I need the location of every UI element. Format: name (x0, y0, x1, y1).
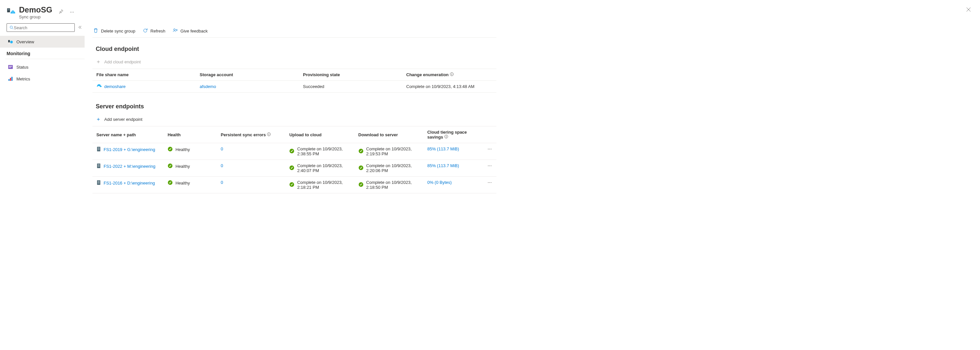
column-header[interactable]: Provisioning state (299, 69, 402, 81)
cloud-endpoint-table: File share name Storage account Provisio… (92, 69, 496, 93)
add-server-endpoint-button[interactable]: ＋ Add server endpoint (92, 113, 142, 126)
refresh-icon (143, 28, 148, 34)
sync-group-icon (6, 6, 16, 16)
column-header[interactable]: Upload to cloud (285, 126, 354, 143)
sync-errors-link[interactable]: 0 (221, 163, 223, 168)
server-endpoints-title: Server endpoints (96, 103, 496, 110)
header-more-button[interactable]: ⋯ (68, 8, 75, 16)
column-header[interactable]: File share name (92, 69, 196, 81)
health-status: Healthy (175, 164, 190, 169)
info-icon[interactable] (450, 72, 454, 77)
file-share-icon (96, 84, 102, 89)
svg-line-5 (12, 28, 13, 29)
column-header[interactable]: Health (164, 126, 217, 143)
tiering-savings-link[interactable]: 85% (113.7 MiB) (427, 163, 459, 168)
svg-rect-11 (8, 79, 10, 81)
sidebar-item-status[interactable]: Status (0, 61, 84, 73)
row-more-button[interactable]: ⋯ (484, 143, 496, 160)
svg-rect-2 (8, 10, 10, 11)
download-status: Complete on 10/9/2023, 2:18:50 PM (366, 180, 419, 190)
table-row: demoshare afsdemo Succeeded Complete on … (92, 81, 496, 93)
healthy-icon (167, 146, 173, 153)
feedback-icon (172, 28, 178, 34)
overview-icon (8, 39, 13, 44)
column-header[interactable]: Change enumeration (402, 69, 496, 81)
sidebar-item-overview[interactable]: Overview (0, 36, 84, 48)
upload-status: Complete on 10/9/2023, 2:40:07 PM (297, 163, 350, 173)
search-input[interactable] (14, 25, 72, 30)
svg-point-3 (11, 10, 14, 13)
row-more-button[interactable]: ⋯ (484, 177, 496, 193)
add-cloud-endpoint-button: ＋ Add cloud endpoint (92, 55, 141, 69)
sidebar-item-metrics[interactable]: Metrics (0, 73, 84, 85)
give-feedback-button[interactable]: Give feedback (172, 27, 208, 35)
sidebar-item-label: Metrics (16, 77, 30, 82)
svg-rect-6 (8, 40, 10, 42)
button-label: Add cloud endpoint (104, 59, 141, 64)
column-header[interactable]: Download to server (355, 126, 423, 143)
server-icon (96, 163, 101, 169)
sidebar-item-label: Status (16, 65, 29, 70)
close-button[interactable] (965, 6, 972, 14)
sidebar-item-label: Overview (16, 39, 34, 44)
table-row: FS1-2016 + D:\engineering Healthy 0 Comp… (92, 177, 496, 193)
storage-account-link[interactable]: afsdemo (200, 84, 216, 89)
upload-status: Complete on 10/9/2023, 2:18:21 PM (297, 180, 350, 190)
collapse-sidebar-button[interactable] (78, 25, 82, 30)
pin-button[interactable] (57, 8, 65, 16)
cloud-endpoint-title: Cloud endpoint (96, 46, 496, 53)
info-icon[interactable] (444, 134, 448, 139)
column-header[interactable]: Persistent sync errors (217, 126, 285, 143)
button-label: Give feedback (180, 29, 208, 34)
svg-rect-39 (98, 181, 100, 182)
page-header: DemoSG Sync group ⋯ (0, 0, 980, 22)
svg-point-22 (446, 136, 447, 136)
server-endpoint-link[interactable]: FS1-2019 + G:\engineering (103, 147, 155, 152)
svg-rect-10 (9, 67, 11, 68)
column-header[interactable]: Server name + path (92, 126, 164, 143)
svg-rect-25 (98, 147, 100, 148)
svg-rect-20 (269, 134, 269, 135)
complete-icon (289, 149, 294, 155)
search-box[interactable] (6, 23, 75, 32)
table-row: FS1-2019 + G:\engineering Healthy 0 Comp… (92, 143, 496, 160)
complete-icon (289, 165, 294, 171)
file-share-link[interactable]: demoshare (104, 84, 126, 89)
column-header[interactable]: Cloud tiering space savings (423, 126, 484, 143)
svg-point-7 (10, 41, 13, 43)
info-icon[interactable] (267, 132, 271, 137)
chevron-double-left-icon (78, 25, 82, 29)
svg-rect-40 (98, 182, 100, 182)
button-label: Delete sync group (101, 29, 135, 34)
delete-icon (93, 28, 99, 34)
command-bar: Delete sync group Refresh Give feedback (92, 25, 496, 38)
search-icon (10, 25, 14, 30)
refresh-button[interactable]: Refresh (142, 27, 166, 35)
change-enumeration: Complete on 10/9/2023, 4:13:48 AM (406, 84, 474, 89)
sync-errors-link[interactable]: 0 (221, 146, 223, 151)
server-endpoints-table: Server name + path Health Persistent syn… (92, 126, 496, 193)
sync-errors-link[interactable]: 0 (221, 180, 223, 185)
close-icon (966, 7, 971, 12)
healthy-icon (167, 180, 173, 186)
svg-rect-23 (446, 136, 447, 137)
svg-rect-12 (10, 78, 11, 81)
button-label: Refresh (151, 29, 165, 34)
tiering-savings-link[interactable]: 0% (0 Bytes) (427, 180, 452, 185)
svg-rect-34 (98, 166, 100, 167)
server-endpoint-link[interactable]: FS1-2016 + D:\engineering (103, 181, 155, 185)
complete-icon (358, 149, 364, 155)
delete-sync-group-button[interactable]: Delete sync group (92, 27, 136, 35)
tiering-savings-link[interactable]: 85% (113.7 MiB) (427, 146, 459, 151)
download-status: Complete on 10/9/2023, 2:19:53 PM (366, 146, 419, 156)
page-title: DemoSG (19, 5, 52, 14)
column-header-label: Persistent sync errors (221, 132, 266, 137)
column-header[interactable]: Storage account (196, 69, 299, 81)
server-endpoint-link[interactable]: FS1-2022 + M:\engineering (103, 164, 156, 169)
metrics-icon (8, 76, 13, 82)
svg-point-19 (269, 133, 269, 133)
row-more-button[interactable]: ⋯ (484, 160, 496, 177)
svg-rect-17 (452, 74, 452, 75)
svg-rect-1 (8, 9, 10, 10)
svg-point-16 (452, 73, 452, 74)
